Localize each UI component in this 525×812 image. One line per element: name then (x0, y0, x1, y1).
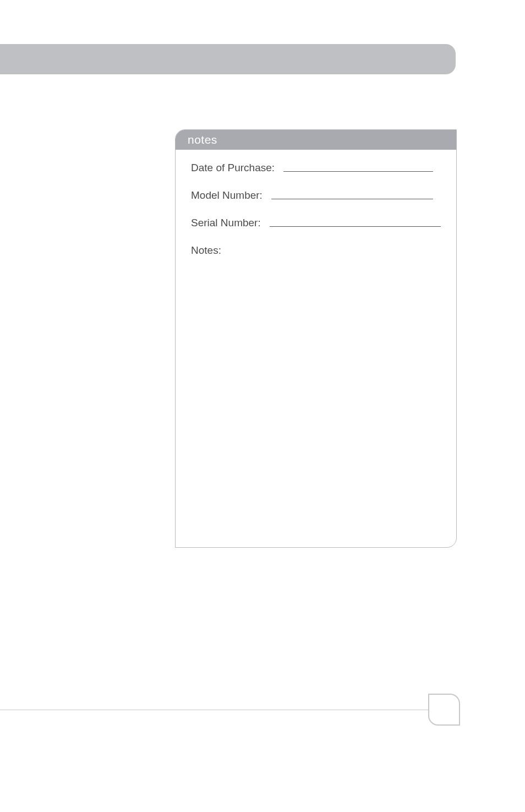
serial-number-row: Serial Number: (191, 217, 441, 229)
serial-number-line[interactable] (270, 226, 441, 227)
model-number-line[interactable] (271, 199, 433, 199)
top-header-bar (0, 44, 456, 74)
model-number-label: Model Number: (191, 189, 262, 201)
date-of-purchase-line[interactable] (283, 171, 433, 172)
date-of-purchase-label: Date of Purchase: (191, 162, 275, 174)
model-number-row: Model Number: (191, 189, 441, 201)
bottom-divider-line (0, 710, 429, 710)
notes-label: Notes: (191, 244, 441, 257)
notes-box-body: Date of Purchase: Model Number: Serial N… (176, 150, 456, 269)
serial-number-label: Serial Number: (191, 217, 261, 229)
notes-box: notes Date of Purchase: Model Number: Se… (175, 129, 457, 548)
notes-box-title: notes (176, 130, 456, 150)
date-of-purchase-row: Date of Purchase: (191, 162, 441, 174)
page-corner-box (428, 694, 460, 726)
